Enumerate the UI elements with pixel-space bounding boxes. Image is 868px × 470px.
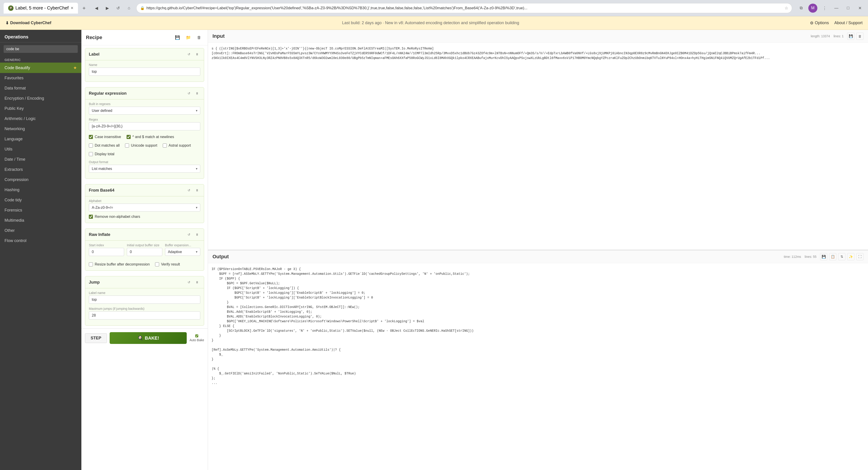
menu-button[interactable]: ⋮ <box>820 4 829 13</box>
maximize-button[interactable]: □ <box>844 4 852 13</box>
autobake-label[interactable]: Auto Bake <box>189 338 204 342</box>
tab-close-button[interactable]: ✕ <box>70 6 73 10</box>
about-support-link[interactable]: About / Support <box>834 21 863 25</box>
raw-inflate-operation-header[interactable]: Raw Inflate ↺ ⏸ <box>85 229 204 241</box>
user-avatar[interactable]: M <box>808 4 817 13</box>
sidebar-item-date-time[interactable]: Date / Time <box>0 154 81 164</box>
forward-button[interactable]: ▶ <box>103 4 112 13</box>
jump-disable-button[interactable]: ⏸ <box>194 279 200 285</box>
minimize-button[interactable]: — <box>832 4 841 13</box>
sidebar-item-language[interactable]: Language <box>0 134 81 144</box>
caret-dollar-row: ^ and $ match at newlines <box>127 135 174 139</box>
display-total-label[interactable]: Display total <box>95 152 114 156</box>
initial-buffer-input[interactable] <box>127 248 162 256</box>
browser-actions: ⧉ M ⋮ — □ ✕ <box>797 4 864 13</box>
from-base64-reset-button[interactable]: ↺ <box>186 187 192 193</box>
regex-disable-button[interactable]: ⏸ <box>194 90 200 96</box>
output-fullscreen-button[interactable]: ⛶ <box>856 253 864 260</box>
sidebar-item-compression[interactable]: Compression <box>0 175 81 185</box>
alphabet-select[interactable]: A-Za-z0-9+/= A-Za-z0-9-_= A-Za-z0-9+/ <box>89 203 200 212</box>
from-base64-disable-button[interactable]: ⏸ <box>194 187 200 193</box>
refresh-button[interactable]: ↺ <box>114 4 123 13</box>
verify-result-checkbox[interactable] <box>155 262 159 267</box>
browser-tab[interactable]: 🍳 Label, 5 more - CyberChef ✕ <box>4 3 78 13</box>
sidebar-item-flow-control[interactable]: Flow control <box>0 236 81 246</box>
regex-reset-button[interactable]: ↺ <box>186 90 192 96</box>
regex-operation-header[interactable]: Regular expression ↺ ⏸ <box>85 88 204 99</box>
output-format-select[interactable]: List matches Highlight matches List capt… <box>89 165 200 173</box>
input-clear-button[interactable]: 🗑 <box>856 33 864 40</box>
jump-label-name-input[interactable] <box>89 295 200 304</box>
remove-non-alpha-label[interactable]: Remove non-alphabet chars <box>95 215 140 219</box>
caret-dollar-checkbox[interactable] <box>127 135 131 139</box>
sidebar-item-code-tidy[interactable]: Code tidy <box>0 195 81 205</box>
remove-non-alpha-checkbox[interactable] <box>89 215 93 219</box>
options-button[interactable]: ⚙ Options <box>810 21 829 26</box>
resize-buffer-checkbox[interactable] <box>89 262 93 267</box>
search-input[interactable] <box>4 45 78 53</box>
buffer-exp-select[interactable]: Adaptive Fixed <box>165 248 200 256</box>
main-layout: Operations Generic Code Beautify ★ Favou… <box>0 30 868 470</box>
caret-dollar-label[interactable]: ^ and $ match at newlines <box>132 135 174 139</box>
sidebar-item-arithmetic[interactable]: Arithmetic / Logic <box>0 114 81 124</box>
jump-operation-header[interactable]: Jump ↺ ⏸ <box>85 276 204 288</box>
unicode-checkbox[interactable] <box>125 144 129 148</box>
jump-reset-button[interactable]: ↺ <box>186 279 192 285</box>
display-total-checkbox[interactable] <box>89 152 93 156</box>
regex-builtin-select[interactable]: User defined IPv4 address IPv6 address E… <box>89 107 200 115</box>
sidebar-title: Operations <box>0 30 81 42</box>
sidebar-item-data-format[interactable]: Data format <box>0 83 81 93</box>
sidebar-item-utils[interactable]: Utils <box>0 144 81 154</box>
case-insensitive-checkbox[interactable] <box>89 135 93 139</box>
bake-button[interactable]: 🍳 BAKE! <box>110 332 187 344</box>
step-button[interactable]: STEP <box>85 333 107 343</box>
close-window-button[interactable]: ✕ <box>855 4 864 13</box>
output-magic-button[interactable]: ✨ <box>847 253 855 260</box>
clear-recipe-button[interactable]: 🗑 <box>195 33 203 41</box>
label-disable-button[interactable]: ⏸ <box>194 51 200 57</box>
extensions-button[interactable]: ⧉ <box>797 4 806 13</box>
jump-max-jumps-input[interactable] <box>89 311 200 319</box>
astral-checkbox[interactable] <box>163 144 167 148</box>
sidebar-item-encryption[interactable]: Encryption / Encoding <box>0 93 81 103</box>
dot-all-checkbox[interactable] <box>89 144 93 148</box>
astral-label[interactable]: Astral support <box>168 144 191 148</box>
autobake-checkbox[interactable] <box>195 335 198 337</box>
from-base64-operation-header[interactable]: From Base64 ↺ ⏸ <box>85 184 204 196</box>
start-index-input[interactable] <box>89 248 124 256</box>
input-textarea[interactable]: s { ([strING]$vERBOsEPrEFeReNCe)[1,3]+'x… <box>208 43 868 250</box>
dot-all-label[interactable]: Dot matches all <box>95 144 120 148</box>
sidebar-item-extractors[interactable]: Extractors <box>0 164 81 175</box>
unicode-label[interactable]: Unicode support <box>131 144 157 148</box>
verify-result-label[interactable]: Verify result <box>161 262 180 267</box>
sidebar-item-hashing[interactable]: Hashing <box>0 185 81 195</box>
load-recipe-button[interactable]: 📁 <box>184 33 192 41</box>
raw-inflate-disable-button[interactable]: ⏸ <box>194 231 200 238</box>
url-text: https://gchq.github.io/CyberChef/#recipe… <box>147 6 783 10</box>
output-save-button[interactable]: 💾 <box>820 253 827 260</box>
new-tab-button[interactable]: + <box>81 5 88 11</box>
regex-input[interactable] <box>89 122 200 130</box>
sidebar-item-public-key[interactable]: Public Key <box>0 103 81 114</box>
label-operation-header[interactable]: Label ↺ ⏸ <box>85 49 204 60</box>
sidebar-item-other[interactable]: Other <box>0 225 81 236</box>
sidebar-item-networking[interactable]: Networking <box>0 124 81 134</box>
sidebar-item-forensics[interactable]: Forensics <box>0 205 81 215</box>
label-name-input[interactable] <box>89 68 200 76</box>
sidebar-item-favourites[interactable]: Favourites <box>0 73 81 83</box>
output-copy-button[interactable]: 📋 <box>829 253 836 260</box>
bookmark-icon[interactable]: ☆ <box>784 6 788 11</box>
home-button[interactable]: ⌂ <box>125 4 133 13</box>
input-save-button[interactable]: 💾 <box>847 33 855 40</box>
output-switch-button[interactable]: ⇅ <box>838 253 845 260</box>
case-insensitive-label[interactable]: Case insensitive <box>95 135 121 139</box>
sidebar-item-multimedia[interactable]: Multimedia <box>0 215 81 225</box>
address-bar[interactable]: 🔒 https://gchq.github.io/CyberChef/#reci… <box>136 3 792 13</box>
label-reset-button[interactable]: ↺ <box>186 51 192 57</box>
sidebar-item-code-beautify[interactable]: Code Beautify ★ <box>0 63 81 73</box>
back-button[interactable]: ◀ <box>92 4 101 13</box>
download-cyberchef-button[interactable]: ⬇ Download CyberChef <box>5 21 51 26</box>
raw-inflate-reset-button[interactable]: ↺ <box>186 231 192 238</box>
save-recipe-button[interactable]: 💾 <box>174 33 182 41</box>
resize-buffer-label[interactable]: Resize buffer after decompression <box>95 262 150 267</box>
